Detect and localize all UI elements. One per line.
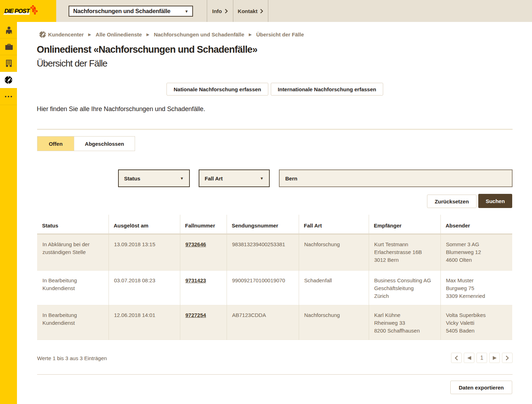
svg-text:DIE POST: DIE POST <box>4 8 30 15</box>
